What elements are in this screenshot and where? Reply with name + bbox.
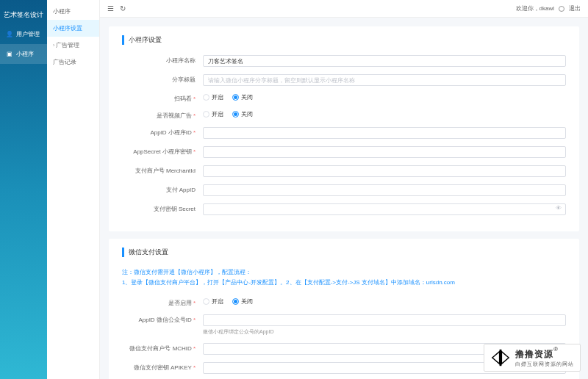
refresh-icon[interactable]: ↻ [120,4,126,12]
sub-item-miniapp[interactable]: 小程序 [47,3,99,20]
sidebar-item-label: 用户管理 [16,30,40,38]
section-title: 小程序设置 [122,35,566,45]
secret-input[interactable] [203,146,566,158]
menu-toggle-icon[interactable]: ☰ [107,4,114,12]
label-gzhappid: AppID 微信公众号ID [138,317,191,323]
eye-icon[interactable]: 👁 [556,205,562,212]
content-area: 小程序设置 小程序名称 分享标题 扫码看* 开启 关闭 [100,18,588,379]
logout-icon [559,6,564,12]
sidebar-item-users[interactable]: 👤 用户管理 [0,24,47,44]
kouling-open[interactable]: 开启 [203,93,223,101]
label-wxmchid: 微信支付商户号 MCHID [129,345,191,352]
enable-close[interactable]: 关闭 [232,297,253,306]
main-sidebar: 艺术签名设计 👤 用户管理 ▣ 小程序 [0,0,47,379]
greeting-text: 欢迎你，dkawl [516,4,554,12]
label-paysecret: 支付密钥 Secret [122,203,203,213]
kouling-close[interactable]: 关闭 [232,93,253,101]
chevron-right-icon: › [53,43,54,48]
label-payappid: 支付 AppID [122,184,203,194]
sidebar-item-miniapp[interactable]: ▣ 小程序 [0,44,47,64]
sub-item-ads[interactable]: ›广告管理 [47,37,99,54]
app-logo: 艺术签名设计 [1,6,46,24]
topbar: ☰ ↻ 欢迎你，dkawl 退出 [100,0,588,18]
watermark-subtitle: 白嫖互联网资源的网站 [515,361,574,368]
payappid-input[interactable] [203,184,566,196]
appid-input[interactable] [203,127,566,139]
app-icon: ▣ [6,51,13,58]
paysecret-input[interactable] [203,203,566,215]
label-mchid: 支付商户号 MerchantId [122,165,203,175]
notice-block: 注：微信支付需开通【微信小程序】，配置流程： 1、登录【微信支付商户平台】，打开… [122,267,566,289]
label-name: 小程序名称 [122,55,203,65]
ad-close[interactable]: 关闭 [232,110,253,118]
name-input[interactable] [203,55,566,67]
logout-link[interactable]: 退出 [569,4,581,12]
sub-item-settings[interactable]: 小程序设置 [47,20,99,37]
label-kouling: 扫码看 [174,95,192,102]
enable-open[interactable]: 开启 [203,297,223,306]
gzhappid-hint: 微信小程序绑定公众号的AppID [203,328,566,336]
label-enable: 是否启用 [168,300,192,306]
share-input[interactable] [203,74,566,86]
gzhappid-input[interactable] [203,314,566,326]
ad-open[interactable]: 开启 [203,110,223,118]
user-icon: 👤 [6,31,13,38]
watermark: 撸撸资源® 白嫖互联网资源的网站 [484,344,581,372]
label-ad: 是否视频广告 [157,112,192,119]
section-title-2: 微信支付设置 [122,248,566,257]
sidebar-item-label: 小程序 [16,50,34,58]
sub-item-adlog[interactable]: 广告记录 [47,54,99,71]
label-appid: AppID 小程序ID [150,129,191,136]
mchid-input[interactable] [203,165,566,177]
registered-icon: ® [553,346,558,353]
label-secret: AppSecret 小程序密钥 [133,148,192,155]
label-apikey: 微信支付密钥 APIKEY [134,364,192,371]
watermark-title: 撸撸资源 [515,349,553,359]
sub-sidebar: 小程序 小程序设置 ›广告管理 广告记录 [47,0,100,379]
watermark-icon [490,347,511,368]
label-share: 分享标题 [122,74,203,84]
